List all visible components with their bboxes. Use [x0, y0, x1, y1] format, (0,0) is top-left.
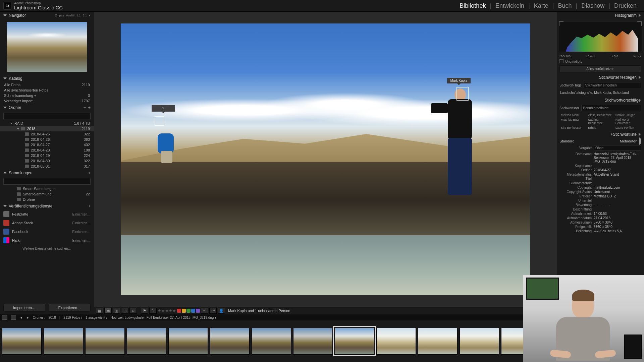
second-window-icon[interactable] [2, 315, 7, 320]
chevron-down-icon [3, 172, 7, 174]
breadcrumb-folder[interactable]: 2018 [49, 316, 56, 319]
keyword-suggestion[interactable]: Laura Pohlien [614, 125, 641, 130]
keyword-suggestion[interactable]: Karl-Horst Benkesser [614, 117, 641, 125]
folder-search-input[interactable] [3, 113, 91, 119]
collection-item[interactable]: Drohne [0, 197, 94, 202]
keyword-suggestion[interactable]: Matthias Butz [559, 117, 587, 125]
keyword-suggestion[interactable]: Melissa Kiehl [559, 113, 587, 117]
katalog-item[interactable]: Vorheriger Import1797 [0, 98, 94, 104]
folder-date[interactable]: 2018-04-25322 [0, 131, 94, 137]
keyword-suggestion[interactable]: Alexej Benkesser [587, 113, 614, 117]
folder-date[interactable]: 2018-05-01317 [0, 164, 94, 169]
keyword-suggestion[interactable]: Erhab [587, 125, 614, 130]
nav-fwd-icon[interactable]: ► [26, 316, 30, 319]
face-tag-unnamed[interactable]: ? [152, 105, 175, 112]
folder-year[interactable]: 20182119 [0, 126, 94, 131]
publish-service[interactable]: FlickrEinrichten… [0, 236, 94, 245]
keyword-set-select[interactable]: Benutzerdefiniert [581, 105, 641, 111]
katalog-item[interactable]: Alle Fotos2119 [0, 82, 94, 87]
film-thumb[interactable] [376, 328, 416, 355]
film-thumb[interactable] [418, 328, 458, 355]
grid-small-icon[interactable] [11, 315, 16, 320]
publish-header[interactable]: Veröffentlichungsdienste + [0, 202, 94, 210]
publish-service[interactable]: FestplatteEinrichten… [0, 210, 94, 219]
film-thumb[interactable] [460, 328, 499, 355]
navigator-preview[interactable] [7, 22, 87, 72]
keyword-list-header[interactable]: + Stichwortliste [557, 131, 644, 138]
film-thumb[interactable] [168, 328, 208, 355]
module-entwickeln[interactable]: Entwickeln [491, 2, 528, 9]
publish-add[interactable]: + [88, 203, 91, 208]
module-bibliothek[interactable]: Bibliothek [455, 2, 490, 9]
rating-stars[interactable]: ★★★★★ [158, 308, 176, 313]
folder-date[interactable]: 2018-04-26363 [0, 137, 94, 142]
import-button[interactable]: Importieren… [3, 304, 45, 312]
main-photo[interactable]: ? Mark Kupla [121, 23, 530, 295]
metadata-header[interactable]: Standard Metadaten [557, 138, 644, 144]
katalog-item[interactable]: Alle synchronisierten Fotos [0, 87, 94, 93]
keywords-header[interactable]: Stichwörter festlegen [557, 74, 644, 81]
app-title-big: Lightroom Classic CC [14, 5, 63, 10]
sammlungen-header[interactable]: Sammlungen + [0, 169, 94, 177]
film-thumb[interactable] [210, 328, 250, 355]
export-button[interactable]: Exportieren… [49, 304, 91, 312]
keyword-suggestion[interactable]: Sabrina Benkesser [587, 117, 614, 125]
folder-date[interactable]: 2018-04-28188 [0, 147, 94, 153]
applied-keywords[interactable]: Landschaftsfotografie, Mark Kupla, Schot… [560, 90, 641, 95]
folder-date[interactable]: 2018-04-29224 [0, 153, 94, 158]
rotate-right-button[interactable]: ↷ [209, 308, 217, 314]
view-loupe-button[interactable]: ▭ [104, 308, 112, 314]
reset-all-button[interactable]: Alles zurücksetzen [559, 65, 641, 72]
view-people-button[interactable]: ☺ [129, 308, 137, 314]
film-thumb[interactable] [44, 328, 83, 355]
publish-title: Veröffentlichungsdienste [9, 204, 53, 208]
katalog-item[interactable]: Schnellsammlung +0 [0, 93, 94, 98]
module-buch[interactable]: Buch [554, 2, 576, 9]
color-labels[interactable] [177, 309, 200, 313]
collection-item[interactable]: Smart-Sammlung22 [0, 191, 94, 197]
flag-reject-button[interactable]: ⚐ [149, 308, 157, 314]
module-diashow[interactable]: Diashow [577, 2, 608, 9]
film-thumb-selected[interactable] [335, 328, 374, 355]
original-checkbox[interactable]: Originalfoto [557, 59, 644, 64]
module-karte[interactable]: Karte [530, 2, 552, 9]
film-thumb[interactable] [252, 328, 291, 355]
navigator-options[interactable]: EinpasAusfül1:13:1▾ [55, 14, 91, 17]
sammlungen-add[interactable]: + [88, 170, 91, 175]
folder-date[interactable]: 2018-04-30322 [0, 158, 94, 164]
people-button[interactable]: 👤 [218, 308, 225, 314]
keyword-suggestion[interactable]: Sira Benkesser [559, 125, 587, 130]
find-services-online[interactable]: Weitere Dienste online suchen… [0, 245, 94, 252]
flag-pick-button[interactable]: ⚑ [141, 308, 148, 314]
keyword-suggestion[interactable]: Natalie Geiger [614, 113, 641, 117]
module-drucken[interactable]: Drucken [610, 2, 641, 9]
rotate-left-button[interactable]: ↶ [201, 308, 208, 314]
publish-service[interactable]: FacebookEinrichten… [0, 227, 94, 236]
folder-date[interactable]: 2018-04-27402 [0, 142, 94, 147]
current-file[interactable]: Hochzeit-Ludwigshafen-Full-Benkesser-27.… [110, 316, 216, 319]
view-survey-button[interactable]: ⊞ [121, 308, 128, 314]
folder-icon [25, 132, 29, 136]
keyword-suggestions-header[interactable]: Stichwortvorschläge [557, 97, 644, 104]
navigator-header[interactable]: Navigator EinpasAusfül1:13:1▾ [0, 12, 94, 19]
drive-row[interactable]: RAID1,6 / 4 TB [0, 121, 94, 126]
ordner-add-remove[interactable]: −+ [84, 105, 91, 110]
nav-back-icon[interactable]: ◄ [19, 316, 23, 319]
view-grid-button[interactable]: ▦ [96, 308, 103, 314]
face-tag-named[interactable]: Mark Kupla [447, 78, 471, 83]
ordner-header[interactable]: Ordner −+ [0, 104, 94, 111]
keyword-input[interactable]: Stichwörter eingeben [584, 82, 641, 88]
histogram-header[interactable]: Histogramm [557, 12, 644, 19]
film-thumb[interactable] [85, 328, 125, 355]
view-compare-button[interactable]: ◫ [113, 308, 120, 314]
loupe-view[interactable]: ? Mark Kupla [94, 12, 557, 307]
collection-item[interactable]: Smart-Sammlungen [0, 186, 94, 191]
histogram[interactable] [559, 21, 642, 52]
publish-service[interactable]: Adobe StockEinrichten… [0, 219, 94, 227]
collection-search-input[interactable] [3, 178, 91, 185]
preset-select[interactable]: Ohne [594, 145, 641, 151]
film-thumb[interactable] [293, 328, 333, 355]
katalog-header[interactable]: Katalog [0, 75, 94, 82]
film-thumb[interactable] [2, 328, 42, 355]
film-thumb[interactable] [127, 328, 166, 355]
